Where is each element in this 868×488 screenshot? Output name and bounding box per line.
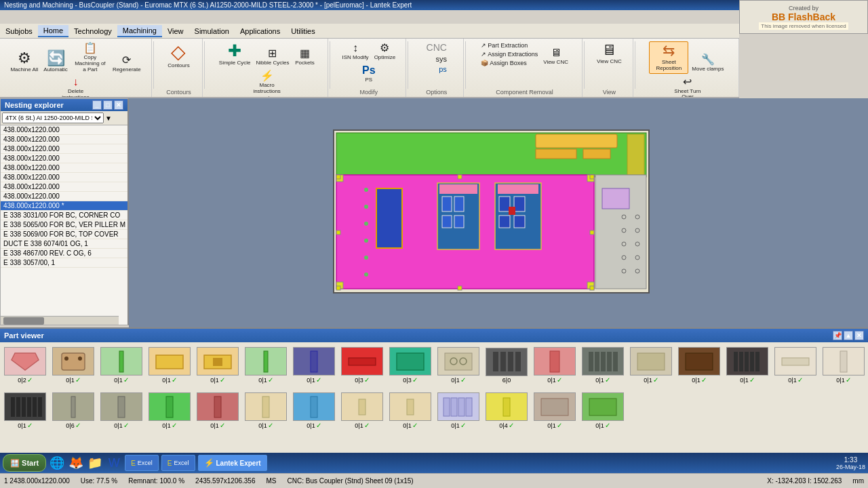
- menu-applications[interactable]: Applications: [235, 26, 285, 37]
- part-item-6[interactable]: 0|1✓: [291, 347, 337, 384]
- nibble-cycles-button[interactable]: ⊞ Nibble Cycles: [254, 47, 292, 68]
- menu-simulation[interactable]: Simulation: [189, 26, 235, 37]
- part-item-8[interactable]: 0|3✓: [387, 347, 433, 384]
- part-item-r2-11[interactable]: 0|1✓: [532, 392, 578, 429]
- part-item-4[interactable]: 0|1✓: [195, 347, 241, 384]
- sidebar-minimize-button[interactable]: _: [92, 100, 102, 110]
- taskbar-app-excel1[interactable]: E Excel: [125, 455, 159, 471]
- part-item-14[interactable]: 0|1✓: [676, 347, 722, 384]
- part-item-7[interactable]: 0|3✓: [339, 347, 385, 384]
- sidebar-item-13[interactable]: E 338 4867/00 REV. C OG, 6: [1, 249, 127, 258]
- sidebar-item-5[interactable]: 438.000x1220.000: [1, 173, 127, 182]
- part-item-r2-3[interactable]: 0|1✓: [146, 392, 193, 429]
- part-item-r2-1[interactable]: 0|6✓: [50, 392, 96, 429]
- machine-all-button[interactable]: ⚙ Machine All: [8, 49, 40, 75]
- menu-home[interactable]: Home: [38, 25, 68, 37]
- sidebar-item-10[interactable]: E 338 5065/00 FOR BC, VER PILLER M: [1, 220, 127, 230]
- part-item-5[interactable]: 0|1✓: [243, 347, 289, 384]
- taskbar-app-lantek[interactable]: ⚡ Lantek Expert: [198, 455, 267, 471]
- pv-pin-button[interactable]: 📌: [833, 331, 842, 340]
- taskbar-icon-ie[interactable]: 🌐: [49, 455, 65, 471]
- optimize-button[interactable]: ⚙ Optimize: [372, 41, 398, 62]
- automatic-icon: 🔄: [47, 51, 65, 66]
- ps-button[interactable]: Ps PS: [357, 64, 381, 85]
- sidebar-item-2[interactable]: 438.000x1220.000: [1, 144, 127, 154]
- sidebar-hscroll[interactable]: [1, 316, 119, 325]
- pv-close-button[interactable]: ✕: [854, 331, 864, 340]
- isn-modify-button[interactable]: ↕ ISN Modify: [340, 41, 371, 62]
- part-item-1[interactable]: 0|1✓: [50, 347, 96, 384]
- part-item-11[interactable]: 0|1✓: [532, 347, 578, 384]
- ps-option-button[interactable]: ps: [437, 64, 449, 74]
- simple-cycle-button[interactable]: ✚ Simple Cycle: [217, 41, 253, 68]
- sidebar-dropdown[interactable]: 4TX (6 St.) AI 1250-2000-MILD ST: [2, 113, 104, 123]
- start-button[interactable]: 🪟 Start: [3, 454, 46, 472]
- part-item-r2-2[interactable]: 0|1✓: [98, 392, 144, 429]
- part-item-r2-10[interactable]: 0|4✓: [484, 392, 530, 429]
- part-item-2[interactable]: 0|1✓: [98, 347, 144, 384]
- assign-extractions-button[interactable]: ↗ Assign Extractions: [479, 50, 540, 58]
- part-thumb-r2-9: [437, 392, 479, 421]
- sidebar-item-9[interactable]: E 338 3031/00 FOR BC, CORNER CO: [1, 211, 127, 220]
- part-item-r2-8[interactable]: 0|1✓: [387, 392, 433, 429]
- view-cnc-button[interactable]: 🖥 View CNC: [541, 46, 570, 67]
- sidebar-item-11[interactable]: E 338 5069/00 FOR BC, TOP COVER: [1, 230, 127, 239]
- part-item-3[interactable]: 0|1✓: [146, 347, 193, 384]
- move-clamps-button[interactable]: 🔧 Move clamps: [690, 53, 726, 74]
- part-item-13[interactable]: 0|1✓: [628, 347, 674, 384]
- sidebar-item-12[interactable]: DUCT E 338 6074/01 OG, 1: [1, 239, 127, 249]
- view-cnc2-button[interactable]: 🖥 View CNC: [595, 41, 624, 66]
- part-item-r2-12[interactable]: 0|1✓: [580, 392, 626, 429]
- part-item-10[interactable]: 6|0: [484, 348, 530, 384]
- sidebar-item-6[interactable]: 438.000x1220.000: [1, 182, 127, 192]
- assign-boxes-button[interactable]: 📦 Assign Boxes: [479, 59, 540, 67]
- sys-option-button[interactable]: sys: [433, 54, 449, 64]
- delete-instructions-button[interactable]: ↓ Delete instructions: [57, 75, 95, 98]
- sidebar-maximize-button[interactable]: □: [103, 100, 113, 110]
- sidebar-item-8[interactable]: 438.000x1220.000 *: [1, 201, 127, 211]
- part-item-0[interactable]: 0|2✓: [2, 347, 48, 384]
- pockets-button[interactable]: ▦ Pockets: [292, 47, 317, 68]
- sidebar-item-1[interactable]: 438.000x1220.000: [1, 135, 127, 144]
- automatic-button[interactable]: 🔄 Automatic: [41, 49, 70, 75]
- part-extraction-button[interactable]: ↗ Part Extraction: [479, 41, 540, 49]
- pv-float-button[interactable]: ▲: [844, 331, 853, 340]
- sheet-turn-over-button[interactable]: ↩ Sheet Turn Over: [669, 75, 707, 98]
- part-item-15[interactable]: 0|1✓: [724, 347, 770, 384]
- part-item-9[interactable]: 0|1✓: [435, 347, 481, 384]
- part-item-r2-9[interactable]: 0|1✓: [435, 392, 481, 429]
- taskbar-icon-firefox[interactable]: 🦊: [68, 455, 84, 471]
- cnc-option-button[interactable]: CNC: [425, 41, 449, 54]
- sidebar-item-4[interactable]: 438.000x1220.000: [1, 163, 127, 173]
- delete-instructions-icon: ↓: [73, 77, 79, 87]
- menu-utilities[interactable]: Utilities: [285, 26, 320, 37]
- taskbar-icon-word[interactable]: W: [106, 455, 122, 471]
- part-item-r2-7[interactable]: 0|1✓: [339, 392, 385, 429]
- sheet-reposition-button[interactable]: ⇆ Sheet Reposition: [649, 41, 688, 74]
- sidebar-close-button[interactable]: ✕: [114, 100, 123, 110]
- part-item-16[interactable]: 0|1✓: [772, 347, 818, 384]
- taskbar-icon-explorer[interactable]: 📁: [87, 455, 103, 471]
- contours-button[interactable]: ◇ Contours: [165, 41, 191, 70]
- part-item-r2-0[interactable]: 0|1✓: [2, 392, 48, 429]
- part-item-12[interactable]: 0|1✓: [580, 347, 626, 384]
- menu-view[interactable]: View: [162, 26, 189, 37]
- sidebar-item-3[interactable]: 438.000x1220.000: [1, 154, 127, 163]
- menu-subjobs[interactable]: Subjobs: [0, 26, 38, 37]
- sidebar-item-7[interactable]: 438.000x1220.000: [1, 192, 127, 201]
- part-item-r2-5[interactable]: 0|1✓: [243, 392, 289, 429]
- regenerate-button[interactable]: ⟳ Regenerate: [111, 54, 143, 75]
- sidebar-item-14[interactable]: E 338 3057/00, 1: [1, 258, 127, 268]
- part-item-r2-6[interactable]: 0|1✓: [291, 392, 337, 429]
- part-item-17[interactable]: 0|1✓: [821, 347, 867, 384]
- part-count-0: 0|2✓: [18, 376, 32, 384]
- taskbar-app-excel2[interactable]: E Excel: [161, 455, 195, 471]
- automatic-label: Automatic: [43, 67, 68, 73]
- copy-machining-button[interactable]: 📋 Copy Machining of a Part: [71, 41, 109, 74]
- menu-technology[interactable]: Technology: [68, 26, 117, 37]
- macro-instructions-button[interactable]: ⚡ Macro instructions: [248, 69, 286, 96]
- part-item-r2-4[interactable]: 0|1✓: [195, 392, 241, 429]
- menu-machining[interactable]: Machining: [117, 25, 162, 37]
- sidebar-item-0[interactable]: 438.000x1220.000: [1, 125, 127, 135]
- svg-rect-56: [156, 355, 183, 369]
